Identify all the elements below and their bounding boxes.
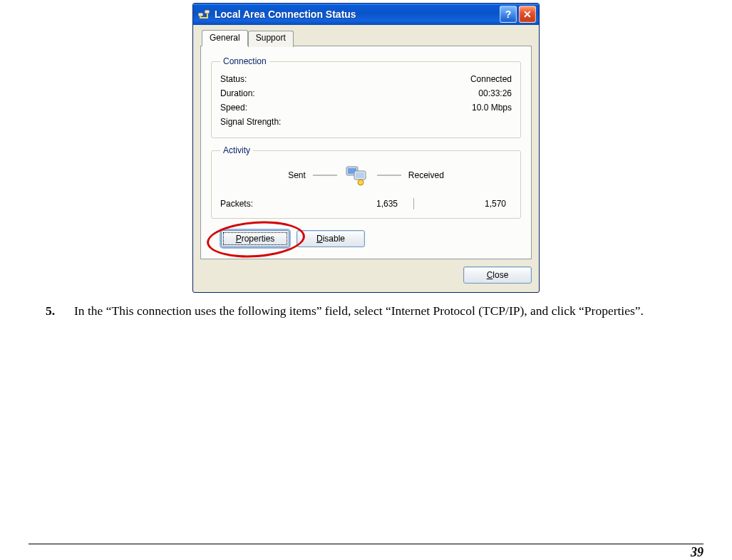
- properties-button-label-rest: roperties: [242, 234, 275, 244]
- instruction-number: 5.: [46, 303, 74, 320]
- status-label: Status:: [220, 74, 247, 84]
- dialog-title: Local Area Connection Status: [215, 9, 498, 20]
- svg-rect-1: [205, 10, 210, 14]
- activity-computers-icon: [344, 164, 370, 187]
- close-icon: ✕: [523, 9, 532, 20]
- activity-group: Activity Sent: [211, 145, 521, 219]
- help-icon: ?: [505, 9, 512, 20]
- svg-rect-0: [198, 13, 203, 16]
- titlebar[interactable]: Local Area Connection Status ? ✕: [193, 4, 539, 25]
- connection-status-dialog: Local Area Connection Status ? ✕ General…: [192, 3, 540, 293]
- packets-label: Packets:: [220, 199, 306, 209]
- tab-panel-general: Connection Status: Connected Duration: 0…: [200, 46, 532, 259]
- sent-label: Sent: [288, 170, 306, 180]
- connection-legend: Connection: [220, 56, 269, 66]
- instruction-text: In the “This connection uses the followi…: [74, 303, 692, 320]
- close-button-label-rest: lose: [493, 270, 508, 280]
- packets-received-value: 1,570: [414, 199, 512, 209]
- properties-button[interactable]: Properties: [221, 230, 289, 247]
- page-number: 39: [691, 545, 703, 560]
- instruction-step: 5. In the “This connection uses the foll…: [46, 303, 692, 320]
- tab-support[interactable]: Support: [248, 31, 294, 47]
- duration-value: 00:33:26: [478, 88, 512, 98]
- activity-line-left: [313, 175, 337, 176]
- help-button[interactable]: ?: [500, 6, 517, 23]
- activity-line-right: [377, 175, 401, 176]
- disable-button-label-rest: isable: [323, 234, 345, 244]
- svg-point-6: [358, 180, 364, 185]
- connection-group: Connection Status: Connected Duration: 0…: [211, 56, 521, 138]
- received-label: Received: [408, 170, 444, 180]
- speed-value: 10.0 Mbps: [472, 103, 512, 113]
- status-value: Connected: [470, 74, 512, 84]
- duration-label: Duration:: [220, 88, 255, 98]
- signal-strength-label: Signal Strength:: [220, 117, 281, 127]
- network-icon: [197, 8, 210, 21]
- speed-label: Speed:: [220, 103, 247, 113]
- page-footer-rule: [29, 544, 703, 544]
- svg-rect-5: [356, 172, 364, 178]
- activity-legend: Activity: [220, 145, 253, 155]
- tab-general[interactable]: General: [202, 30, 248, 46]
- disable-button[interactable]: Disable: [297, 230, 365, 247]
- close-window-button[interactable]: ✕: [519, 6, 536, 23]
- close-button[interactable]: Close: [463, 266, 532, 284]
- tab-strip: General Support: [202, 29, 532, 46]
- packets-sent-value: 1,635: [306, 199, 413, 209]
